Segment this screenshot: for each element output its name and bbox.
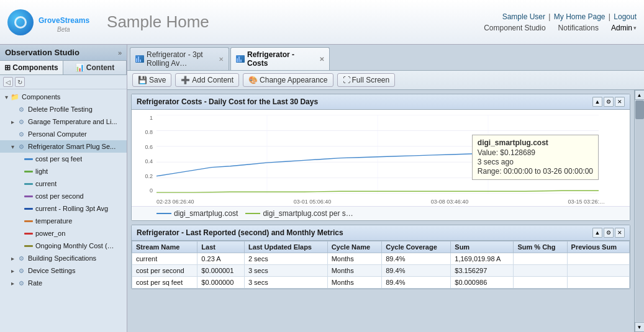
tree-item-components-root[interactable]: ▾ 📁 Components [0, 91, 127, 103]
col-last: Last [197, 241, 245, 253]
tree-item-delete-profile[interactable]: ⚙ Delete Profile Testing [0, 103, 127, 115]
legend-line-cost-per-sec [245, 213, 260, 214]
tree-label-root: Components [22, 93, 60, 101]
sidebar-tabs: ⊞ Components 📊 Content [0, 61, 127, 75]
tree-item-refrigerator[interactable]: ▾ ⚙ Refrigerator Smart Plug Se... [0, 140, 127, 153]
stream-icon-cost-sec [24, 191, 34, 201]
components-tab-icon: ⊞ [4, 63, 11, 72]
logout-link[interactable]: Logout [614, 12, 637, 21]
legend-item-cost: digi_smartplug.cost [156, 209, 238, 218]
tree-item-temperature[interactable]: temperature [0, 215, 127, 227]
chart-header: Refrigerator Costs - Daily Cost for the … [132, 94, 630, 110]
app-title: Sample Home [107, 12, 209, 32]
admin-dropdown[interactable]: Admin ▾ [611, 24, 637, 32]
table-settings-button[interactable]: ⚙ [604, 228, 614, 238]
sidebar-collapse-button[interactable]: » [118, 49, 122, 56]
add-icon: ➕ [181, 76, 190, 84]
logo-text: GroveStreams Beta [39, 11, 89, 33]
user-name-link[interactable]: Sample User [502, 12, 545, 21]
main-layout: Observation Studio » ⊞ Components 📊 Cont… [0, 45, 644, 332]
user-links: Sample User | My Home Page | Logout [484, 12, 637, 21]
tree-item-current-rolling[interactable]: current - Rolling 3pt Avg [0, 202, 127, 215]
sidebar-refresh-button[interactable]: ↻ [15, 77, 25, 87]
tab-refrigerator-rolling[interactable]: Refrigerator - 3pt Rolling Av… ✕ [130, 47, 229, 70]
stream-icon-rolling [24, 204, 34, 213]
table-body: current0.23 A2 secsMonths89.4%1,169,019.… [132, 253, 630, 289]
tab-content[interactable]: 📊 Content [63, 61, 127, 74]
table-row: cost per second$0.0000013 secsMonths89.4… [132, 265, 630, 277]
table-row: current0.23 A2 secsMonths89.4%1,169,019.… [132, 253, 630, 265]
content-tab-bar: Refrigerator - 3pt Rolling Av… ✕ Refrige… [127, 45, 644, 70]
content-area: Refrigerator - 3pt Rolling Av… ✕ Refrige… [127, 45, 644, 332]
chart-move-up-button[interactable]: ▲ [592, 97, 602, 107]
component-tree: ▾ 📁 Components ⚙ Delete Profile Testing … [0, 89, 127, 332]
col-stream-name: Stream Name [132, 241, 197, 253]
tree-item-rate[interactable]: ▸ ⚙ Rate [0, 277, 127, 289]
legend-line-cost [156, 213, 171, 214]
tree-item-cost-per-sq-feet[interactable]: cost per sq feet [0, 153, 127, 165]
add-content-button[interactable]: ➕ Add Content [175, 73, 239, 87]
user-nav: Sample User | My Home Page | Logout Comp… [484, 12, 637, 32]
top-nav: Component Studio Notifications Admin ▾ [484, 24, 637, 32]
tree-toggle-root: ▾ [2, 94, 10, 101]
brand-grove: Grove [39, 16, 60, 25]
stream-icon-cost-sq-feet [24, 154, 34, 164]
tooltip-value: Value: $0.128689 [478, 148, 593, 157]
tooltip-range: Range: 00:00:00 to 03-26 00:00:00 [478, 167, 593, 176]
tree-item-garage[interactable]: ▸ ⚙ Garage Temperature and Li... [0, 115, 127, 128]
tab-close-costs[interactable]: ✕ [319, 56, 324, 63]
table-move-up-button[interactable]: ▲ [592, 228, 602, 238]
table-header: Refrigerator - Last Reported (second) an… [132, 225, 630, 241]
table-title: Refrigerator - Last Reported (second) an… [137, 228, 343, 237]
save-button[interactable]: 💾 Save [132, 73, 171, 87]
tree-item-ongoing-monthly[interactable]: Ongoing Monthly Cost (… [0, 240, 127, 252]
chart-settings-button[interactable]: ⚙ [604, 97, 614, 107]
full-screen-button[interactable]: ⛶ Full Screen [337, 73, 396, 87]
gear-icon: ⚙ [16, 104, 26, 114]
table-close-button[interactable]: ✕ [615, 228, 625, 238]
brand-name: GroveStreams [39, 11, 89, 26]
metrics-table-panel: Refrigerator - Last Reported (second) an… [131, 225, 630, 289]
vertical-scrollbar[interactable]: ▲ ▼ [634, 90, 644, 332]
sidebar-back-button[interactable]: ◁ [3, 77, 13, 87]
legend-item-cost-per-sec: digi_smartplug.cost per s… [245, 209, 353, 218]
tab-components[interactable]: ⊞ Components [0, 61, 63, 74]
tree-item-power-on[interactable]: power_on [0, 227, 127, 240]
tree-item-light[interactable]: light [0, 165, 127, 177]
gear-icon: ⚙ [16, 117, 26, 127]
change-appearance-button[interactable]: 🎨 Change Appearance [243, 73, 333, 87]
col-coverage: Cycle Coverage [382, 241, 451, 253]
y-axis: 1 0.8 0.6 0.4 0.2 0 [132, 115, 155, 194]
save-icon: 💾 [138, 76, 147, 84]
scroll-thumb[interactable] [635, 101, 644, 119]
tree-item-device-settings[interactable]: ▸ ⚙ Device Settings [0, 264, 127, 277]
tooltip-time: 3 secs ago [478, 158, 593, 166]
chart-close-button[interactable]: ✕ [615, 97, 625, 107]
metrics-table: Stream Name Last Last Updated Elaps Cycl… [132, 241, 630, 289]
tab-refrigerator-costs[interactable]: Refrigerator - Costs ✕ [230, 47, 330, 70]
notifications-link[interactable]: Notifications [558, 24, 599, 32]
table-controls: ▲ ⚙ ✕ [592, 228, 625, 238]
col-prev-sum: Previous Sum [567, 241, 629, 253]
header: GroveStreams Beta Sample Home Sample Use… [0, 0, 644, 45]
stream-icon-power [24, 228, 34, 238]
scroll-down-button[interactable]: ▼ [635, 322, 645, 332]
gear-icon: ⚙ [16, 278, 26, 288]
tree-item-current[interactable]: current [0, 177, 127, 190]
tree-item-personal-computer[interactable]: ⚙ Personal Computer [0, 128, 127, 140]
col-sum-chg: Sum % Chg [514, 241, 567, 253]
table-row: cost per sq feet$0.0000003 secsMonths89.… [132, 277, 630, 289]
tree-item-cost-per-second[interactable]: cost per second [0, 190, 127, 202]
sidebar-toolbar: ◁ ↻ [0, 75, 127, 89]
chart-title: Refrigerator Costs - Daily Cost for the … [137, 97, 318, 106]
stream-icon-temp [24, 216, 34, 226]
home-page-link[interactable]: My Home Page [554, 12, 605, 21]
tree-item-building-specs[interactable]: ▸ ⚙ Building Specifications [0, 252, 127, 264]
tab-close-rolling[interactable]: ✕ [219, 56, 224, 63]
col-sum: Sum [451, 241, 514, 253]
stream-icon-light [24, 166, 34, 176]
component-studio-link[interactable]: Component Studio [484, 24, 545, 32]
beta-label: Beta [57, 26, 89, 33]
scroll-up-button[interactable]: ▲ [635, 90, 645, 100]
col-cycle-name: Cycle Name [327, 241, 382, 253]
